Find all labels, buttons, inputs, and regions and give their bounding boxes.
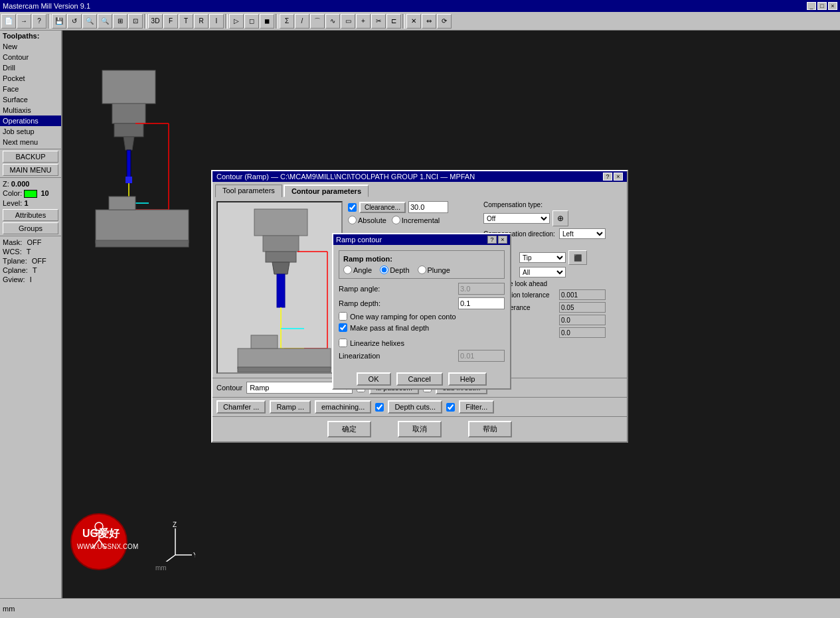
incremental-radio[interactable] (392, 216, 400, 224)
check-val2-input[interactable] (559, 327, 606, 338)
toolbar-offset[interactable]: ⊏ (386, 14, 401, 29)
close-button[interactable]: × (828, 2, 837, 10)
make-pass-cb[interactable] (339, 323, 347, 332)
toolbar-trim[interactable]: ✂ (371, 14, 386, 29)
angle-radio-label[interactable]: Angle (343, 266, 372, 274)
absolute-radio-label[interactable]: Absolute (348, 216, 386, 224)
tab-tool-parameters[interactable]: Tool parameters (215, 185, 282, 197)
attributes-button[interactable]: Attributes (3, 209, 58, 221)
depth-tol-input[interactable] (559, 302, 606, 313)
ramp-select[interactable]: Tip Center (519, 252, 566, 263)
sidebar-item-surface[interactable]: Surface (0, 94, 61, 105)
absolute-radio[interactable] (348, 216, 357, 224)
ok-button[interactable]: 确定 (327, 421, 371, 437)
toolbar-top[interactable]: T (179, 14, 193, 29)
ramp-close-btn[interactable]: × (498, 236, 507, 244)
comp-direction-icon[interactable]: ⊕ (552, 210, 568, 226)
toolbar-fit[interactable]: ⊞ (113, 14, 127, 29)
ramp-depth-input[interactable] (458, 297, 505, 309)
toolbar-grid[interactable]: ⊡ (128, 14, 143, 29)
remachining-btn[interactable]: emachining... (315, 400, 371, 414)
sidebar-item-pocket[interactable]: Pocket (0, 73, 61, 84)
backup-button[interactable]: BACKUP (3, 151, 58, 163)
ramp-help-btn[interactable]: ? (487, 236, 497, 244)
comp-type-select[interactable]: Off Left Right Computer Wear (483, 213, 550, 224)
toolbar-right[interactable]: R (194, 14, 209, 29)
ramp-cancel-btn[interactable]: Cancel (396, 372, 443, 386)
tab-contour-parameters[interactable]: Contour parameters (284, 185, 369, 197)
maximize-button[interactable]: □ (817, 2, 827, 10)
toolbar-line[interactable]: / (295, 14, 309, 29)
toolbar-rotate[interactable]: ⟳ (437, 14, 452, 29)
one-way-cb[interactable] (339, 312, 347, 321)
toolbar-new[interactable]: 📄 (1, 14, 16, 29)
depth-cuts-cb[interactable] (375, 403, 384, 412)
filter-btn[interactable]: Filter... (459, 400, 494, 414)
plunge-radio[interactable] (418, 266, 426, 274)
main-menu-button[interactable]: MAIN MENU (3, 164, 58, 176)
groups-button[interactable]: Groups (3, 222, 58, 234)
toolbar-front[interactable]: F (163, 14, 178, 29)
app-title: Mastercam Mill Version 9.1 (3, 2, 90, 10)
toolbar-sep5 (402, 14, 405, 29)
clearance-checkbox[interactable] (348, 203, 357, 212)
minimize-button[interactable]: _ (807, 2, 816, 10)
opt-tol-input[interactable] (559, 289, 606, 300)
ramp-ok-btn[interactable]: OK (357, 372, 391, 386)
linearization-label: Linearization (339, 352, 458, 360)
plunge-radio-label[interactable]: Plunge (418, 266, 450, 274)
clearance-value-input[interactable] (408, 201, 448, 213)
depth-radio[interactable] (380, 266, 388, 274)
sidebar-item-new[interactable]: New (0, 41, 61, 52)
svg-rect-31 (266, 252, 296, 262)
toolbar-iso[interactable]: I (209, 14, 224, 29)
linearize-cb[interactable] (339, 339, 347, 347)
toolbar-arc[interactable]: ⌒ (310, 14, 325, 29)
incremental-radio-label[interactable]: Incremental (392, 216, 440, 224)
sidebar-item-next-menu[interactable]: Next menu (0, 137, 61, 147)
ramp-help-footer-btn[interactable]: Help (448, 372, 487, 386)
cancel-button[interactable]: 取消 (398, 421, 442, 437)
toolbar-rect[interactable]: ▭ (341, 14, 355, 29)
sidebar-item-job-setup[interactable]: Job setup (0, 126, 61, 137)
angle-radio[interactable] (343, 266, 352, 274)
chamfer-btn[interactable]: Chamfer ... (216, 400, 266, 414)
main-dialog-help-btn[interactable]: ? (603, 173, 612, 181)
depth-cuts-btn[interactable]: Depth cuts... (388, 400, 442, 414)
clearance-button[interactable]: Clearance... (359, 202, 406, 213)
check-val1-input[interactable] (559, 315, 606, 325)
ramp-motion-section: Ramp motion: Angle Depth Plunge (339, 250, 505, 279)
statusbar: mm (0, 598, 840, 618)
toolbar-help[interactable]: ? (32, 14, 46, 29)
toolbar-undo[interactable]: ↺ (67, 14, 82, 29)
toolbar-sigma[interactable]: Σ (280, 14, 294, 29)
sidebar-item-drill[interactable]: Drill (0, 62, 61, 73)
sidebar-item-operations[interactable]: Operations (0, 116, 61, 126)
toolbar-3d[interactable]: 3D (148, 14, 163, 29)
mask-label: Mask: (3, 238, 22, 246)
toolbar-zoom-out[interactable]: 🔍 (98, 14, 112, 29)
toolbar-sep1 (48, 14, 50, 29)
main-dialog-close-btn[interactable]: × (614, 173, 623, 181)
toolbar-mirror[interactable]: ⇔ (422, 14, 436, 29)
toolbar-plus[interactable]: + (356, 14, 371, 29)
sidebar-item-multiaxis[interactable]: Multiaxis (0, 105, 61, 116)
depth-radio-label[interactable]: Depth (380, 266, 409, 274)
toolbar-shade[interactable]: ◼ (260, 14, 274, 29)
sidebar-item-contour[interactable]: Contour (0, 52, 61, 62)
toolbar-select[interactable]: ▷ (229, 14, 244, 29)
toolbar-arrow[interactable]: → (17, 14, 31, 29)
toolbar-save[interactable]: 💾 (52, 14, 66, 29)
color-swatch[interactable] (24, 190, 37, 198)
toolbar-x-mark[interactable]: ✕ (406, 14, 421, 29)
filter-cb[interactable] (446, 403, 455, 412)
sidebar-item-face[interactable]: Face (0, 84, 61, 94)
ramp-icon-btn[interactable]: ⬛ (568, 250, 587, 265)
comp-dir-select[interactable]: Left Right (559, 228, 606, 239)
ramp-btn[interactable]: Ramp ... (270, 400, 311, 414)
toolbar-zoom-in[interactable]: 🔍 (82, 14, 97, 29)
toolbar-wire[interactable]: ◻ (244, 14, 259, 29)
help-footer-button[interactable]: 帮助 (468, 421, 512, 437)
toolbar-spline[interactable]: ∿ (325, 14, 340, 29)
cutter-select[interactable]: All None (519, 267, 566, 277)
